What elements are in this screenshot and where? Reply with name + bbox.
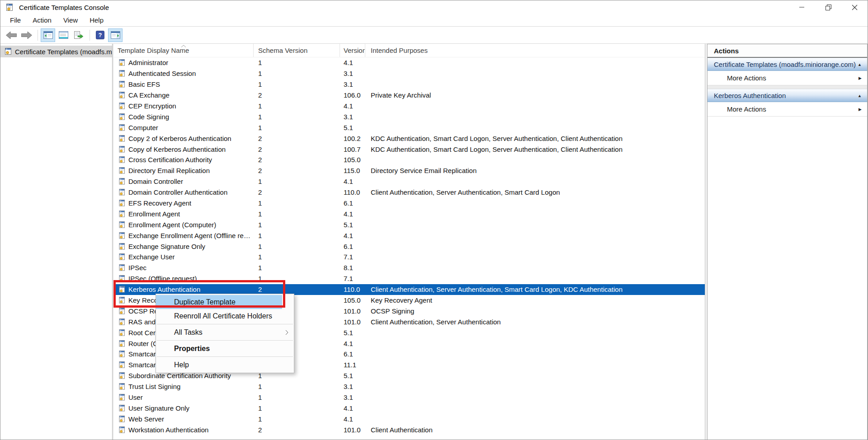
certificate-template-icon [118, 329, 125, 336]
certificate-template-icon [118, 167, 125, 174]
certificate-template-icon [118, 124, 125, 131]
certificate-templates-console-window: { "window": { "title": "Certificate Temp… [0, 0, 868, 440]
column-header-template-display-name[interactable]: Template Display Name [114, 44, 254, 57]
minimize-button[interactable] [789, 0, 815, 14]
show-action-pane-button[interactable] [108, 28, 123, 42]
show-console-tree-button[interactable] [41, 28, 55, 42]
table-row[interactable]: User 1 3.1 [114, 392, 705, 403]
table-row[interactable]: IPSec (Offline request) 1 7.1 [114, 273, 705, 284]
column-header-version[interactable]: Version [340, 44, 365, 57]
table-row[interactable]: Computer 1 5.1 [114, 122, 705, 133]
certificate-template-icon [118, 361, 125, 368]
certificate-template-icon [118, 351, 125, 357]
app-icon [5, 3, 14, 11]
actions-section-kerberos-authentication[interactable]: Kerberos Authentication ▲ [708, 89, 867, 102]
table-row[interactable]: Copy 2 of Kerberos Authentication 2 100.… [114, 133, 705, 144]
table-row[interactable]: EFS Recovery Agent 1 6.1 [114, 198, 705, 209]
certificate-template-icon [118, 189, 125, 196]
list-header: Template Display Name Schema Version Ver… [114, 44, 705, 57]
submenu-chevron-icon [285, 330, 288, 335]
properties-icon [59, 31, 68, 39]
back-arrow-icon [5, 31, 17, 39]
table-row[interactable]: Exchange Signature Only 1 6.1 [114, 241, 705, 252]
certificate-template-icon [118, 253, 125, 260]
certificate-template-icon [118, 221, 125, 228]
table-row[interactable]: Exchange User 1 7.1 [114, 252, 705, 262]
forward-arrow-icon [21, 31, 33, 39]
menu-action[interactable]: Action [27, 14, 57, 26]
menu-item-duplicate-template[interactable]: Duplicate Template [156, 295, 282, 309]
table-row[interactable]: Cross Certification Authority 2 105.0 [114, 154, 705, 165]
certificate-template-icon [118, 297, 125, 304]
certificate-templates-node-icon [5, 48, 12, 55]
toolbar-separator [38, 30, 38, 41]
table-row[interactable]: Administrator 1 4.1 [114, 57, 705, 68]
table-row[interactable]: Copy of Kerberos Authentication 2 100.7 … [114, 144, 705, 154]
forward-button[interactable] [19, 28, 34, 42]
table-row[interactable]: Enrollment Agent (Computer) 1 5.1 [114, 219, 705, 230]
content-area: Certificate Templates (moadfs.mi Templat… [0, 44, 868, 440]
table-row[interactable]: Exchange Enrollment Agent (Offline reque… [114, 230, 705, 241]
menu-bar: File Action View Help [0, 14, 868, 27]
menu-help[interactable]: Help [84, 14, 109, 26]
table-row[interactable]: Trust List Signing 1 3.1 [114, 381, 705, 392]
table-row[interactable]: Code Signing 1 3.1 [114, 111, 705, 122]
certificate-template-icon [118, 243, 125, 250]
certificate-template-icon [118, 146, 125, 153]
restore-button[interactable] [815, 0, 841, 14]
more-actions-kerberos-authentication[interactable]: More Actions ▶ [708, 102, 867, 117]
certificate-template-icon [118, 426, 125, 433]
table-row[interactable]: Web Server 1 4.1 [114, 413, 705, 424]
menu-item-help[interactable]: Help [156, 358, 294, 372]
certificate-template-icon [118, 308, 125, 314]
table-row[interactable]: Domain Controller Authentication 2 110.0… [114, 187, 705, 198]
window-controls [789, 0, 868, 14]
window-title: Certificate Templates Console [19, 4, 109, 11]
certificate-template-icon [118, 264, 125, 271]
help-button[interactable]: ? [93, 28, 107, 42]
table-row[interactable]: User Signature Only 1 4.1 [114, 403, 705, 414]
table-row[interactable]: Basic EFS 1 3.1 [114, 79, 705, 90]
collapse-arrow-icon[interactable]: ▲ [858, 94, 862, 98]
actions-section-gap [708, 85, 867, 89]
table-row[interactable]: Domain Controller 1 4.1 [114, 176, 705, 187]
certificate-template-icon [118, 275, 125, 282]
certificate-template-icon [118, 70, 125, 77]
context-menu: Duplicate Template Reenroll All Certific… [156, 294, 294, 373]
certificate-template-icon [118, 318, 125, 325]
table-row[interactable]: Authenticated Session 1 3.1 [114, 68, 705, 79]
actions-section-certificate-templates[interactable]: Certificate Templates (moadfs.miniorange… [708, 58, 867, 71]
help-icon: ? [96, 31, 104, 39]
more-actions-certificate-templates[interactable]: More Actions ▶ [708, 71, 867, 85]
template-list-pane: Template Display Name Schema Version Ver… [114, 44, 705, 440]
console-tree-pane: Certificate Templates (moadfs.mi [0, 44, 113, 440]
table-row[interactable]: IPSec 1 8.1 [114, 262, 705, 273]
certificate-template-icon [118, 178, 125, 185]
close-button[interactable] [841, 0, 868, 14]
menu-item-reenroll-all-certificate-holders[interactable]: Reenroll All Certificate Holders [156, 309, 294, 323]
sort-ascending-icon [181, 45, 186, 47]
export-list-button[interactable] [71, 28, 86, 42]
table-row[interactable]: CEP Encryption 1 4.1 [114, 101, 705, 112]
column-header-intended-purposes[interactable]: Intended Purposes [365, 44, 705, 57]
properties-button[interactable] [56, 28, 71, 42]
table-row[interactable]: CA Exchange 2 106.0 Private Key Archival [114, 90, 705, 101]
back-button[interactable] [4, 28, 19, 42]
collapse-arrow-icon[interactable]: ▲ [858, 62, 862, 67]
menu-item-all-tasks[interactable]: All Tasks [156, 325, 294, 339]
submenu-arrow-icon: ▶ [859, 107, 862, 112]
table-row[interactable]: Workstation Authentication 2 101.0 Clien… [114, 424, 705, 435]
svg-text:?: ? [98, 32, 102, 38]
menu-item-properties[interactable]: Properties [156, 342, 294, 356]
menu-file[interactable]: File [4, 14, 27, 26]
table-row[interactable]: Enrollment Agent 1 4.1 [114, 208, 705, 219]
certificate-template-icon [118, 200, 125, 206]
restore-icon [826, 5, 831, 10]
menu-view[interactable]: View [57, 14, 84, 26]
table-row[interactable]: Directory Email Replication 2 115.0 Dire… [114, 165, 705, 176]
tree-item-certificate-templates[interactable]: Certificate Templates (moadfs.mi [0, 46, 112, 57]
actions-pane-title: Actions [708, 44, 867, 58]
show-console-tree-icon [43, 31, 53, 39]
column-header-schema-version[interactable]: Schema Version [254, 44, 340, 57]
table-row[interactable]: Kerberos Authentication 2 110.0 Client A… [114, 284, 705, 295]
